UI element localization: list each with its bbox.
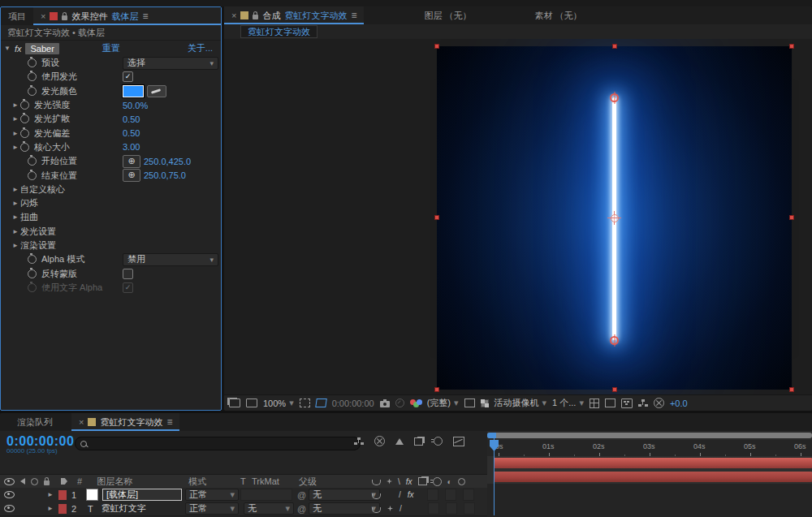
time-ruler[interactable]: 0s 01s 02s 03s 04s 05s 06s	[487, 440, 812, 457]
layer-row-2[interactable]: ► 2 T 霓虹灯文字 正常▾ 无▾ @ 无▾ /	[0, 502, 487, 516]
reset-exposure-icon[interactable]	[654, 398, 664, 408]
selection-handle[interactable]	[789, 44, 794, 49]
lock-column-icon[interactable]	[44, 480, 50, 485]
expander-icon[interactable]: ►	[11, 144, 20, 151]
frame-blending-icon[interactable]	[414, 437, 423, 446]
switch-cell[interactable]	[427, 489, 438, 501]
expander-icon[interactable]: ►	[47, 491, 54, 498]
effect-name[interactable]: Saber	[25, 43, 58, 54]
layer-color-swatch[interactable]	[58, 490, 67, 500]
param-value[interactable]: 0.50	[123, 114, 140, 124]
track-row-2[interactable]	[487, 470, 812, 485]
selection-handle[interactable]	[434, 387, 439, 392]
trkmat-column-label[interactable]: TrkMat	[252, 476, 279, 486]
close-icon[interactable]: ×	[41, 11, 45, 21]
mode-dropdown[interactable]: 正常▾	[185, 502, 239, 515]
show-snapshot-icon[interactable]	[395, 399, 404, 407]
switch-cell[interactable]	[428, 502, 439, 515]
parent-dropdown[interactable]: 无▾	[309, 502, 380, 515]
stopwatch-icon[interactable]	[28, 157, 37, 166]
switch-cell[interactable]	[463, 489, 474, 501]
current-time-display[interactable]: 0:00:00:00 00000 (25.00 fps)	[6, 434, 74, 455]
tab-composition[interactable]: × 合成 霓虹灯文字动效 ≡	[224, 6, 364, 24]
shy-switch-icon[interactable]	[372, 507, 381, 513]
parent-column-label[interactable]: 父级	[299, 476, 317, 488]
tab-render-queue[interactable]: 渲染队列	[10, 413, 60, 431]
track-row-1[interactable]	[487, 456, 812, 471]
resolution-dropdown[interactable]: (完整) ▾	[427, 397, 459, 409]
lock-icon[interactable]	[62, 15, 67, 20]
time-navigator-start-handle[interactable]	[487, 433, 496, 438]
selection-handle[interactable]	[612, 387, 617, 392]
switch-cell[interactable]	[445, 489, 456, 501]
fx-column-icon[interactable]: fx	[406, 477, 412, 486]
expander-icon[interactable]: ►	[11, 242, 20, 249]
expander-icon[interactable]: ►	[11, 186, 20, 193]
expander-icon[interactable]: ►	[11, 228, 20, 235]
viewer-monitor-icon[interactable]	[246, 399, 257, 407]
snapshot-camera-icon[interactable]	[380, 401, 390, 407]
trkmat-t-label[interactable]: T	[240, 476, 246, 486]
panel-menu-icon[interactable]: ≡	[142, 11, 148, 22]
layer-color-swatch[interactable]	[58, 504, 67, 514]
stopwatch-icon[interactable]	[20, 129, 29, 138]
adjustment-column-icon[interactable]: ◐	[447, 477, 452, 486]
close-icon[interactable]: ×	[79, 417, 84, 427]
label-column-icon[interactable]	[61, 478, 67, 485]
parent-dropdown[interactable]: 无▾	[309, 489, 380, 501]
selection-handle[interactable]	[612, 44, 617, 49]
lock-icon[interactable]	[253, 15, 258, 19]
flowchart-icon[interactable]	[638, 399, 648, 407]
reset-link[interactable]: 重置	[102, 42, 120, 54]
target-region-icon[interactable]	[464, 399, 475, 407]
start-position-point[interactable]	[610, 336, 619, 345]
time-navigator-bar[interactable]	[487, 433, 812, 438]
end-position-point[interactable]	[610, 93, 619, 102]
timeline-search-input[interactable]	[75, 437, 361, 450]
preset-dropdown[interactable]: 选择▾	[123, 57, 218, 70]
shy-column-icon[interactable]	[372, 480, 381, 485]
frame-blend-column-icon[interactable]	[418, 477, 427, 485]
alpha-mode-dropdown[interactable]: 禁用▾	[123, 253, 218, 266]
mode-column-label[interactable]: 模式	[188, 476, 206, 488]
expander-icon[interactable]: ►	[11, 200, 20, 207]
stopwatch-icon[interactable]	[28, 171, 37, 180]
layer-duration-bar-1[interactable]	[494, 458, 812, 468]
fx-switch-icon[interactable]: fx	[408, 490, 414, 499]
selection-handle[interactable]	[434, 44, 439, 49]
rasterize-switch-icon[interactable]	[387, 506, 393, 511]
eye-icon[interactable]	[4, 491, 15, 498]
stopwatch-icon[interactable]	[20, 114, 29, 123]
selection-handle[interactable]	[789, 387, 794, 392]
param-value[interactable]: 250.0,425.0	[144, 157, 191, 166]
transparency-grid-icon[interactable]	[481, 399, 489, 407]
stopwatch-icon[interactable]	[20, 143, 29, 152]
invert-mask-checkbox[interactable]	[123, 269, 133, 279]
region-of-interest-icon[interactable]	[300, 399, 310, 407]
collapse-column-icon[interactable]	[387, 479, 392, 485]
draft-3d-icon[interactable]	[374, 436, 385, 446]
composition-view[interactable]	[437, 46, 792, 390]
tab-timeline-comp[interactable]: × 霓虹灯文字动效 ≡	[71, 413, 179, 431]
view-count-dropdown[interactable]: 1 个... ▾	[552, 397, 584, 409]
expander-icon[interactable]: ►	[47, 505, 54, 512]
use-glow-checkbox[interactable]: ✓	[123, 71, 133, 82]
switch-cell[interactable]	[446, 502, 457, 515]
expander-icon[interactable]: ►	[11, 115, 20, 123]
stopwatch-icon[interactable]	[28, 255, 37, 264]
panel-menu-icon[interactable]: ≡	[351, 10, 356, 21]
param-value[interactable]: 250.0,75.0	[144, 170, 186, 180]
effect-point-icon[interactable]: ⊕	[123, 169, 140, 182]
expander-open-icon[interactable]: ▼	[4, 45, 11, 52]
pixel-aspect-icon[interactable]	[605, 399, 615, 407]
hide-shy-layers-icon[interactable]	[395, 438, 404, 445]
expander-icon[interactable]: ►	[11, 213, 20, 221]
stopwatch-icon[interactable]	[28, 269, 37, 278]
toggle-viewer-layout-icon[interactable]	[229, 399, 240, 407]
tab-footage[interactable]: 素材 （无）	[528, 6, 590, 24]
shy-switch-icon[interactable]	[372, 493, 381, 499]
expander-icon[interactable]: ►	[11, 130, 20, 137]
panel-menu-icon[interactable]: ≡	[166, 416, 172, 428]
param-value[interactable]: 0.50	[123, 128, 140, 138]
channel-rgb-icon[interactable]	[410, 399, 421, 407]
